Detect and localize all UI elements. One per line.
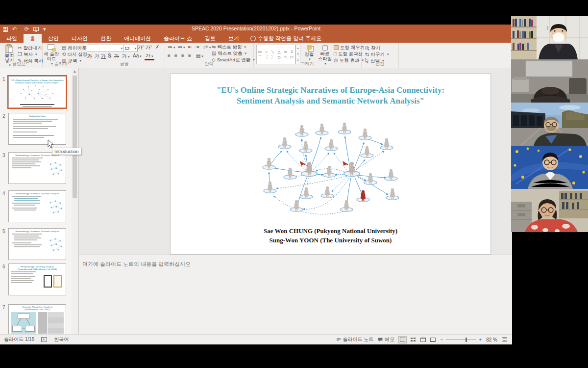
- strikethrough-icon[interactable]: 가: [113, 53, 120, 60]
- memo-button[interactable]: 메모: [378, 336, 394, 343]
- input-language-icon[interactable]: [41, 337, 47, 342]
- shape-outline-icon: □: [334, 51, 337, 57]
- font-color-icon[interactable]: 가: [145, 53, 154, 60]
- slide-number: 4: [2, 191, 5, 196]
- thumbnail-slide-4[interactable]: 4 Methodology: Semantic Network Analysis: [0, 190, 74, 223]
- text-shadow-icon[interactable]: S: [107, 53, 112, 58]
- replace-icon: ⇆: [365, 52, 369, 57]
- align-text-button[interactable]: ▤텍스트 맞춤: [212, 51, 246, 56]
- clear-formatting-icon[interactable]: ✗: [154, 44, 160, 50]
- reading-view-button[interactable]: [420, 338, 426, 342]
- underline-icon[interactable]: 가: [100, 53, 107, 60]
- numbering-icon[interactable]: ≕: [176, 44, 186, 50]
- mini-network-image: [48, 199, 64, 216]
- zoom-out-icon[interactable]: −: [440, 337, 443, 342]
- fit-to-window-icon[interactable]: [502, 337, 507, 342]
- zoom-in-icon[interactable]: +: [479, 337, 482, 342]
- align-left-icon[interactable]: ≡: [167, 53, 172, 58]
- increase-indent-icon[interactable]: ⇥: [194, 44, 200, 50]
- cut-button[interactable]: ✂잘라내기: [18, 45, 42, 51]
- group-clipboard: 붙여넣기 ✂잘라내기 ❐복사 ✎서식 복사 클립보드: [0, 43, 43, 68]
- group-editing: 찾기 ⇆바꾸기 선택 편집: [361, 43, 399, 68]
- scroll-up-icon[interactable]: ▲: [72, 69, 77, 75]
- normal-view-button[interactable]: [399, 337, 406, 343]
- group-font: ▾ 12▾ 가˄ 가˅ ✗ 가 가 가 S 가 가 Aa 가 글꼴: [84, 43, 165, 68]
- powerpoint-window: ↶ ⟳ ▾ SPEAC 2020 Presentation(20201202).…: [0, 25, 512, 344]
- thumbnail-slide-3[interactable]: 3 Methodology: Semantic Network Analysis: [0, 152, 74, 185]
- slide-number: 3: [2, 153, 5, 158]
- group-label-font: 글꼴: [84, 61, 165, 67]
- tab-view[interactable]: 보기: [222, 34, 245, 43]
- tooltip: Introduction: [52, 148, 81, 155]
- thumbnail-slide-2[interactable]: 2 Introduction: [0, 113, 74, 146]
- slide-thumbnail-panel: 1 "EU's Online Strategic Narratives of E…: [0, 68, 79, 335]
- tab-file[interactable]: 파일: [0, 34, 24, 43]
- zoom-thumb[interactable]: [466, 338, 467, 342]
- thumbnail-slide-6[interactable]: 6 Methodology: Framing Analysis(Semetko …: [0, 263, 74, 296]
- replace-button[interactable]: ⇆바꾸기: [365, 52, 389, 57]
- tab-design[interactable]: 디자인: [65, 34, 94, 43]
- webcam-participant-4[interactable]: [511, 146, 588, 189]
- slide-number: 1: [2, 77, 5, 82]
- decrease-indent-icon[interactable]: ⇤: [187, 44, 193, 50]
- align-text-icon: ▤: [212, 51, 216, 56]
- webcam-participant-2[interactable]: [511, 59, 588, 103]
- tab-review[interactable]: 검토: [198, 34, 222, 43]
- group-label-drawing: 그리기: [253, 61, 361, 67]
- grow-font-icon[interactable]: 가˄: [137, 44, 146, 51]
- slideshow-view-button[interactable]: [430, 338, 436, 342]
- justify-icon[interactable]: ≡: [187, 53, 192, 58]
- thumbnail-slide-5[interactable]: 5 Methodology: Semantic Network Analysis: [0, 228, 74, 261]
- find-button[interactable]: 찾기: [365, 45, 380, 51]
- social-network-diagram-image: [245, 117, 416, 225]
- shrink-font-icon[interactable]: 가˅: [145, 44, 153, 51]
- notes-toggle-button[interactable]: 슬라이드 노트: [336, 336, 374, 343]
- mini-title: "EU's Online Strategic Narratives of Eur…: [9, 79, 66, 84]
- slide-sorter-button[interactable]: [411, 338, 416, 342]
- thumbnail-scrollbar[interactable]: ▲: [72, 68, 78, 335]
- new-slide-icon: [48, 44, 56, 52]
- text-direction-icon: ⇋: [212, 44, 216, 50]
- webcam-participant-5[interactable]: [511, 189, 588, 232]
- notes-pane[interactable]: 여기에 슬라이드 노트의 내용을 입력하십시오: [79, 255, 512, 335]
- align-right-icon[interactable]: ≡: [180, 53, 185, 58]
- group-slides: 새 슬라이드 ▤레이아웃 ⟲다시 설정 ▥구역 슬라이드: [42, 43, 84, 68]
- arrange-button[interactable]: 정렬: [302, 45, 316, 62]
- font-size-combo[interactable]: 12▾: [123, 45, 138, 52]
- thumbnail-slide-7[interactable]: 7 Strategic Narratives Analysis(Miskimmo…: [0, 304, 74, 335]
- tab-animations[interactable]: 애니메이션: [118, 34, 157, 43]
- group-label-slides: 슬라이드: [42, 61, 84, 67]
- font-name-combo[interactable]: ▾: [87, 45, 124, 52]
- mini-network-image: [48, 160, 64, 178]
- scrollbar-thumb[interactable]: [73, 76, 77, 198]
- align-center-icon[interactable]: ≡: [173, 53, 178, 58]
- copy-button[interactable]: ❐복사: [18, 52, 37, 57]
- slide-indicator: 슬라이드 1/15: [4, 336, 34, 343]
- tab-home[interactable]: 홈: [24, 34, 42, 43]
- ribbon: 붙여넣기 ✂잘라내기 ❐복사 ✎서식 복사 클립보드 새 슬라이드 ▤레이아웃 …: [0, 43, 512, 68]
- line-spacing-icon[interactable]: ↕≡: [202, 44, 212, 50]
- zoom-level[interactable]: 82 %: [486, 337, 497, 342]
- bullets-icon[interactable]: ≔: [167, 44, 176, 50]
- webcam-participant-3[interactable]: [511, 103, 588, 146]
- tab-insert[interactable]: 삽입: [42, 34, 65, 43]
- tell-me-box[interactable]: 수행할 작업을 알려 주세요.: [245, 34, 328, 43]
- slide-number: 5: [2, 229, 5, 234]
- columns-icon[interactable]: ▤: [195, 53, 204, 58]
- change-case-icon[interactable]: Aa: [132, 53, 143, 58]
- status-bar: 슬라이드 1/15 한국어 슬라이드 노트 메모 − +: [0, 334, 512, 344]
- video-conference-strip: [511, 16, 588, 232]
- slide-canvas[interactable]: "EU's Online Strategic Narratives of Eur…: [170, 74, 491, 255]
- webcam-participant-1[interactable]: [511, 16, 588, 59]
- notes-icon: [336, 338, 341, 342]
- thumbnail-slide-1[interactable]: 1 "EU's Online Strategic Narratives of E…: [0, 76, 74, 109]
- tab-transitions[interactable]: 전환: [94, 34, 118, 43]
- text-direction-button[interactable]: ⇋텍스트 방향: [212, 44, 246, 50]
- character-spacing-icon[interactable]: 가: [121, 53, 131, 60]
- mini-network-image: [48, 237, 64, 254]
- tab-slideshow[interactable]: 슬라이드 쇼: [157, 34, 198, 43]
- bold-icon[interactable]: 가: [86, 53, 93, 60]
- zoom-slider[interactable]: − +: [440, 337, 482, 342]
- italic-icon[interactable]: 가: [93, 53, 100, 60]
- language-indicator[interactable]: 한국어: [54, 336, 69, 343]
